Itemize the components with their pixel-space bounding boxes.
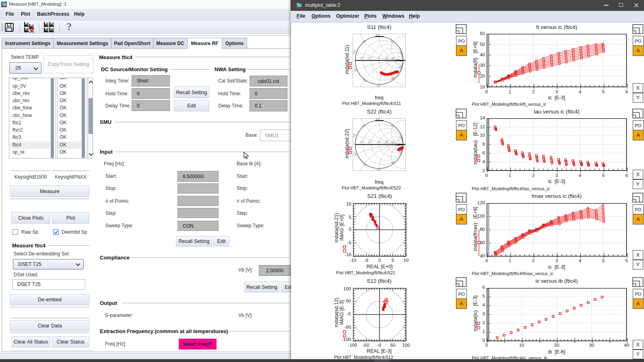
svg-text:0.2: 0.2 <box>353 134 356 138</box>
svg-text:1.0: 1.0 <box>376 140 380 144</box>
svg-text:1.0: 1.0 <box>376 118 380 120</box>
svg-text:1.0: 1.0 <box>376 34 380 36</box>
svg-text:5.0: 5.0 <box>391 56 395 60</box>
svg-text:0.5: 0.5 <box>362 39 366 43</box>
svg-text:2.0: 2.0 <box>390 40 395 44</box>
svg-text:0.2: 0.2 <box>360 56 364 60</box>
svg-text:-0.5: -0.5 <box>362 78 367 82</box>
svg-text:-1.0: -1.0 <box>376 169 380 171</box>
svg-text:-0.5: -0.5 <box>362 162 367 167</box>
svg-text:0.5: 0.5 <box>362 123 366 128</box>
svg-text:0.2: 0.2 <box>360 140 364 144</box>
svg-text:2.0: 2.0 <box>384 56 388 60</box>
svg-text:5.0: 5.0 <box>391 140 395 144</box>
svg-text:0.5: 0.5 <box>367 56 372 60</box>
svg-text:0.2: 0.2 <box>353 49 356 54</box>
svg-text:0.5: 0.5 <box>367 140 372 144</box>
svg-text:5.0: 5.0 <box>400 136 404 140</box>
svg-text:-1.0: -1.0 <box>376 84 380 87</box>
svg-text:2.0: 2.0 <box>390 124 395 128</box>
svg-text:5.0: 5.0 <box>400 52 404 56</box>
svg-text:1.0: 1.0 <box>376 56 380 60</box>
svg-text:2.0: 2.0 <box>384 140 388 144</box>
